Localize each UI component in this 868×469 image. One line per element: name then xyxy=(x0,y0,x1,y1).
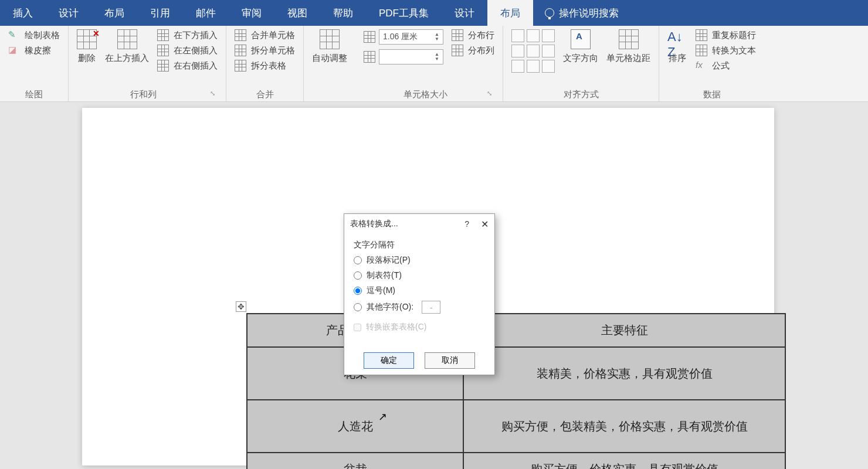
radio-other-label: 其他字符(O): xyxy=(367,302,413,312)
tell-me-label: 操作说明搜索 xyxy=(559,6,619,20)
close-icon[interactable]: ✕ xyxy=(481,219,489,230)
sort-button[interactable]: A↓Z排序 xyxy=(667,29,687,64)
group-data-label: 数据 xyxy=(667,87,756,100)
spinner-icon[interactable]: ▲▼ xyxy=(435,52,439,62)
cell-size-launcher[interactable]: ⤡ xyxy=(487,90,494,97)
pencil-icon xyxy=(8,29,20,41)
delete-button[interactable]: 删除 xyxy=(77,29,97,64)
tab-review[interactable]: 审阅 xyxy=(229,0,274,26)
table-row[interactable]: 产品或服务 主要特征 xyxy=(247,314,785,347)
split-cells-button[interactable]: 拆分单元格 xyxy=(235,45,295,56)
insert-right-button[interactable]: 在右侧插入 xyxy=(157,60,218,72)
group-draw: 绘制表格 橡皮擦 绘图 xyxy=(0,26,69,101)
formula-button[interactable]: fx公式 xyxy=(696,60,756,72)
col-width-control[interactable]: ▲▼ xyxy=(364,49,443,64)
alignment-grid[interactable] xyxy=(511,29,555,73)
other-char-input[interactable] xyxy=(422,301,440,314)
width-icon xyxy=(364,51,375,63)
autofit-button[interactable]: 自动调整 xyxy=(312,29,347,64)
tab-view[interactable]: 视图 xyxy=(274,0,320,26)
dist-rows-icon xyxy=(452,29,463,41)
col-width-input[interactable]: ▲▼ xyxy=(379,49,443,64)
convert-text-icon xyxy=(696,45,707,56)
help-icon[interactable]: ? xyxy=(464,219,469,229)
dist-rows-label: 分布行 xyxy=(468,30,494,41)
table-move-handle[interactable]: ✥ xyxy=(236,301,246,312)
dist-cols-label: 分布列 xyxy=(468,45,494,56)
formula-icon: fx xyxy=(696,60,707,72)
ribbon: 绘制表格 橡皮擦 绘图 删除 在上方插入 在下方插入 在左侧插入 在右侧插入 行… xyxy=(0,26,868,102)
rows-cols-launcher[interactable]: ⤡ xyxy=(210,90,218,97)
tab-table-layout[interactable]: 布局 xyxy=(487,0,533,26)
tell-me-search[interactable]: 操作说明搜索 xyxy=(545,6,619,20)
content-table[interactable]: 产品或服务 主要特征 花束 装精美，价格实惠，具有观赏价值 人造花 购买方便，包… xyxy=(246,313,786,469)
table-cell[interactable]: 人造花 xyxy=(247,400,463,453)
convert-text-label: 转换为文本 xyxy=(712,45,756,56)
insert-above-button[interactable]: 在上方插入 xyxy=(105,29,149,64)
tab-references[interactable]: 引用 xyxy=(137,0,183,26)
group-draw-label: 绘图 xyxy=(8,87,60,100)
radio-other[interactable]: 其他字符(O): xyxy=(354,301,485,314)
nested-tables-checkbox: 转换嵌套表格(C) xyxy=(354,322,485,332)
dialog-titlebar[interactable]: 表格转换成... ? ✕ xyxy=(344,214,494,234)
insert-left-icon xyxy=(157,45,169,56)
split-table-label: 拆分表格 xyxy=(251,60,286,72)
text-direction-icon: A xyxy=(571,29,591,49)
delete-label: 删除 xyxy=(78,53,96,64)
radio-paragraph-label: 段落标记(P) xyxy=(367,255,411,266)
cell-margins-button[interactable]: 单元格边距 xyxy=(606,29,650,64)
convert-table-dialog: 表格转换成... ? ✕ 文字分隔符 段落标记(P) 制表符(T) 逗号(M) … xyxy=(344,213,495,375)
dialog-title: 表格转换成... xyxy=(350,219,398,229)
tab-insert[interactable]: 插入 xyxy=(0,0,46,26)
radio-comma[interactable]: 逗号(M) xyxy=(354,286,485,296)
eraser-icon xyxy=(8,45,20,56)
row-height-input[interactable]: 1.06 厘米▲▼ xyxy=(379,29,443,45)
split-table-button[interactable]: 拆分表格 xyxy=(235,60,295,72)
tab-table-design[interactable]: 设计 xyxy=(442,0,487,26)
split-icon xyxy=(235,45,246,56)
distribute-rows-button[interactable]: 分布行 xyxy=(452,29,494,41)
radio-tab[interactable]: 制表符(T) xyxy=(354,270,485,281)
repeat-header-button[interactable]: 重复标题行 xyxy=(696,29,756,41)
cell-margins-label: 单元格边距 xyxy=(606,53,650,64)
table-row[interactable]: 花束 装精美，价格实惠，具有观赏价值 xyxy=(247,347,785,400)
row-height-control[interactable]: 1.06 厘米▲▼ xyxy=(364,29,443,45)
insert-left-button[interactable]: 在左侧插入 xyxy=(157,45,218,56)
ok-button[interactable]: 确定 xyxy=(364,352,414,369)
nested-tables-label: 转换嵌套表格(C) xyxy=(366,322,426,332)
radio-comma-label: 逗号(M) xyxy=(367,286,395,296)
tab-help[interactable]: 帮助 xyxy=(320,0,366,26)
table-cell[interactable]: 购买方便，价格实惠，具有观赏价值 xyxy=(463,453,785,469)
table-cell[interactable]: 盆栽 xyxy=(247,453,463,469)
split-table-icon xyxy=(235,60,246,72)
draw-table-button[interactable]: 绘制表格 xyxy=(8,29,60,41)
cell-margins-icon xyxy=(619,29,639,49)
table-row[interactable]: 人造花 购买方便，包装精美，价格实惠，具有观赏价值 xyxy=(247,400,785,453)
dist-cols-icon xyxy=(452,45,463,56)
merge-cells-button[interactable]: 合并单元格 xyxy=(235,29,295,41)
text-direction-button[interactable]: A文字方向 xyxy=(563,29,598,64)
tab-mailings[interactable]: 邮件 xyxy=(183,0,229,26)
draw-table-label: 绘制表格 xyxy=(25,30,60,41)
radio-paragraph[interactable]: 段落标记(P) xyxy=(354,255,485,266)
insert-above-label: 在上方插入 xyxy=(105,53,149,64)
group-rows-cols-label: 行和列 xyxy=(77,87,210,100)
spinner-icon[interactable]: ▲▼ xyxy=(435,32,439,42)
insert-below-button[interactable]: 在下方插入 xyxy=(157,29,218,41)
eraser-button[interactable]: 橡皮擦 xyxy=(8,45,60,56)
table-cell[interactable]: 装精美，价格实惠，具有观赏价值 xyxy=(463,347,785,400)
convert-to-text-button[interactable]: 转换为文本 xyxy=(696,45,756,56)
distribute-cols-button[interactable]: 分布列 xyxy=(452,45,494,56)
group-autofit-label xyxy=(312,98,347,100)
table-header-cell[interactable]: 主要特征 xyxy=(463,314,785,347)
tab-design[interactable]: 设计 xyxy=(46,0,91,26)
tab-layout[interactable]: 布局 xyxy=(91,0,137,26)
group-cell-size-label: 单元格大小 xyxy=(364,87,487,100)
table-row[interactable]: 盆栽 购买方便，价格实惠，具有观赏价值 xyxy=(247,453,785,469)
formula-label: 公式 xyxy=(712,60,730,72)
table-cell[interactable]: 购买方便，包装精美，价格实惠，具有观赏价值 xyxy=(463,400,785,453)
document-area: ✥ 产品或服务 主要特征 花束 装精美，价格实惠，具有观赏价值 人造花 购买方便… xyxy=(0,102,868,469)
group-cell-size: 1.06 厘米▲▼ ▲▼ 分布行 分布列 单元格大小⤡ xyxy=(355,26,503,101)
tab-pdf[interactable]: PDF工具集 xyxy=(366,0,442,26)
cancel-button[interactable]: 取消 xyxy=(425,352,475,369)
